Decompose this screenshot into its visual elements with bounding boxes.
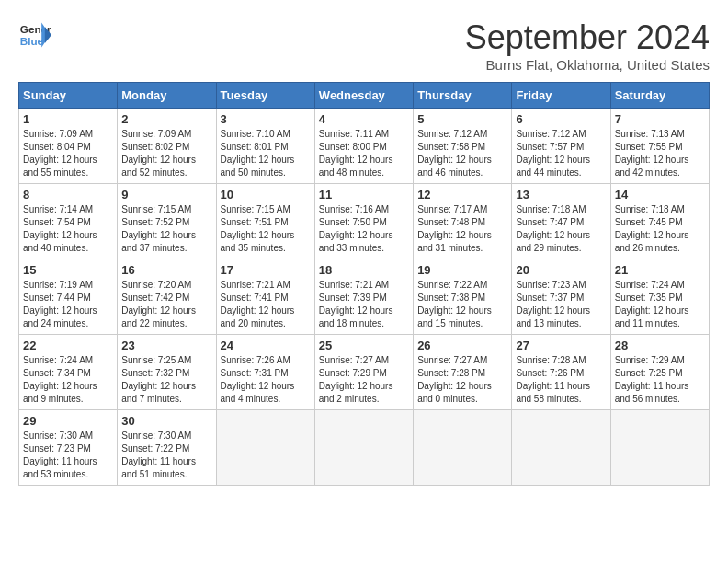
- day-info: Sunrise: 7:13 AMSunset: 7:55 PMDaylight:…: [615, 128, 705, 179]
- day-info: Sunrise: 7:18 AMSunset: 7:47 PMDaylight:…: [516, 203, 606, 255]
- day-number: 24: [221, 339, 311, 352]
- calendar-day-cell: 28 Sunrise: 7:29 AMSunset: 7:25 PMDaylig…: [610, 335, 709, 410]
- calendar-day-cell: 5 Sunrise: 7:12 AMSunset: 7:58 PMDayligh…: [414, 109, 512, 184]
- calendar-day-cell: 17 Sunrise: 7:21 AMSunset: 7:41 PMDaylig…: [216, 259, 314, 335]
- calendar-week-row: 15 Sunrise: 7:19 AMSunset: 7:44 PMDaylig…: [19, 259, 710, 335]
- calendar-day-cell: 19 Sunrise: 7:22 AMSunset: 7:38 PMDaylig…: [414, 259, 512, 335]
- day-info: Sunrise: 7:22 AMSunset: 7:38 PMDaylight:…: [417, 279, 507, 330]
- calendar-day-cell: [414, 410, 512, 486]
- logo: General Blue: [18, 18, 51, 52]
- day-number: 6: [516, 112, 606, 126]
- calendar-day-cell: 1 Sunrise: 7:09 AMSunset: 8:04 PMDayligh…: [19, 109, 118, 184]
- day-info: Sunrise: 7:20 AMSunset: 7:42 PMDaylight:…: [121, 279, 211, 330]
- day-info: Sunrise: 7:26 AMSunset: 7:31 PMDaylight:…: [221, 354, 311, 406]
- calendar-day-cell: 7 Sunrise: 7:13 AMSunset: 7:55 PMDayligh…: [610, 109, 709, 184]
- calendar-day-cell: 25 Sunrise: 7:27 AMSunset: 7:29 PMDaylig…: [314, 335, 413, 410]
- calendar-day-cell: 14 Sunrise: 7:18 AMSunset: 7:45 PMDaylig…: [610, 184, 709, 259]
- day-info: Sunrise: 7:16 AMSunset: 7:50 PMDaylight:…: [319, 203, 409, 255]
- day-number: 16: [121, 263, 211, 277]
- day-number: 25: [319, 339, 409, 352]
- day-info: Sunrise: 7:11 AMSunset: 8:00 PMDaylight:…: [319, 128, 409, 179]
- calendar-week-row: 8 Sunrise: 7:14 AMSunset: 7:54 PMDayligh…: [19, 184, 710, 259]
- weekday-header-monday: Monday: [118, 83, 216, 109]
- day-number: 27: [516, 339, 606, 352]
- day-info: Sunrise: 7:12 AMSunset: 7:57 PMDaylight:…: [516, 128, 606, 179]
- weekday-header-tuesday: Tuesday: [216, 83, 314, 109]
- day-info: Sunrise: 7:21 AMSunset: 7:39 PMDaylight:…: [319, 279, 409, 330]
- calendar-day-cell: 9 Sunrise: 7:15 AMSunset: 7:52 PMDayligh…: [118, 184, 216, 259]
- calendar-day-cell: 22 Sunrise: 7:24 AMSunset: 7:34 PMDaylig…: [19, 335, 118, 410]
- day-info: Sunrise: 7:27 AMSunset: 7:28 PMDaylight:…: [417, 354, 507, 406]
- day-number: 29: [23, 414, 113, 428]
- calendar-day-cell: 6 Sunrise: 7:12 AMSunset: 7:57 PMDayligh…: [512, 109, 610, 184]
- day-info: Sunrise: 7:30 AMSunset: 7:23 PMDaylight:…: [23, 430, 113, 481]
- calendar-day-cell: 10 Sunrise: 7:15 AMSunset: 7:51 PMDaylig…: [216, 184, 314, 259]
- day-info: Sunrise: 7:28 AMSunset: 7:26 PMDaylight:…: [516, 354, 606, 406]
- day-number: 19: [417, 263, 507, 277]
- day-info: Sunrise: 7:09 AMSunset: 8:02 PMDaylight:…: [121, 128, 211, 179]
- weekday-header-saturday: Saturday: [610, 83, 709, 109]
- calendar-day-cell: 27 Sunrise: 7:28 AMSunset: 7:26 PMDaylig…: [512, 335, 610, 410]
- day-number: 18: [319, 263, 409, 277]
- day-number: 4: [319, 112, 409, 126]
- calendar-day-cell: 26 Sunrise: 7:27 AMSunset: 7:28 PMDaylig…: [414, 335, 512, 410]
- day-number: 13: [516, 188, 606, 201]
- calendar-week-row: 29 Sunrise: 7:30 AMSunset: 7:23 PMDaylig…: [19, 410, 710, 486]
- day-number: 28: [615, 339, 705, 352]
- weekday-header-wednesday: Wednesday: [314, 83, 413, 109]
- calendar-day-cell: 16 Sunrise: 7:20 AMSunset: 7:42 PMDaylig…: [118, 259, 216, 335]
- calendar-day-cell: 23 Sunrise: 7:25 AMSunset: 7:32 PMDaylig…: [118, 335, 216, 410]
- calendar-day-cell: 12 Sunrise: 7:17 AMSunset: 7:48 PMDaylig…: [414, 184, 512, 259]
- calendar-day-cell: 2 Sunrise: 7:09 AMSunset: 8:02 PMDayligh…: [118, 109, 216, 184]
- weekday-header-friday: Friday: [512, 83, 610, 109]
- day-info: Sunrise: 7:30 AMSunset: 7:22 PMDaylight:…: [121, 430, 211, 481]
- day-info: Sunrise: 7:18 AMSunset: 7:45 PMDaylight:…: [615, 203, 705, 255]
- day-number: 14: [615, 188, 705, 201]
- day-info: Sunrise: 7:09 AMSunset: 8:04 PMDaylight:…: [23, 128, 113, 179]
- day-number: 15: [23, 263, 113, 277]
- day-number: 8: [23, 188, 113, 201]
- day-number: 9: [121, 188, 211, 201]
- logo-icon: General Blue: [18, 18, 51, 52]
- page-header: General Blue September 2024 Burns Flat, …: [18, 18, 710, 73]
- calendar-day-cell: 8 Sunrise: 7:14 AMSunset: 7:54 PMDayligh…: [19, 184, 118, 259]
- calendar-day-cell: [314, 410, 413, 486]
- calendar-day-cell: 11 Sunrise: 7:16 AMSunset: 7:50 PMDaylig…: [314, 184, 413, 259]
- calendar-day-cell: 24 Sunrise: 7:26 AMSunset: 7:31 PMDaylig…: [216, 335, 314, 410]
- weekday-header-thursday: Thursday: [414, 83, 512, 109]
- calendar-day-cell: [610, 410, 709, 486]
- calendar-day-cell: [512, 410, 610, 486]
- day-info: Sunrise: 7:15 AMSunset: 7:52 PMDaylight:…: [121, 203, 211, 255]
- day-number: 20: [516, 263, 606, 277]
- calendar-table: SundayMondayTuesdayWednesdayThursdayFrid…: [18, 82, 710, 486]
- day-info: Sunrise: 7:24 AMSunset: 7:34 PMDaylight:…: [23, 354, 113, 406]
- day-info: Sunrise: 7:27 AMSunset: 7:29 PMDaylight:…: [319, 354, 409, 406]
- calendar-day-cell: 18 Sunrise: 7:21 AMSunset: 7:39 PMDaylig…: [314, 259, 413, 335]
- day-info: Sunrise: 7:25 AMSunset: 7:32 PMDaylight:…: [121, 354, 211, 406]
- calendar-day-cell: 15 Sunrise: 7:19 AMSunset: 7:44 PMDaylig…: [19, 259, 118, 335]
- day-info: Sunrise: 7:14 AMSunset: 7:54 PMDaylight:…: [23, 203, 113, 255]
- title-block: September 2024 Burns Flat, Oklahoma, Uni…: [465, 18, 710, 73]
- day-number: 5: [417, 112, 507, 126]
- location: Burns Flat, Oklahoma, United States: [465, 57, 710, 73]
- day-info: Sunrise: 7:10 AMSunset: 8:01 PMDaylight:…: [221, 128, 311, 179]
- day-info: Sunrise: 7:12 AMSunset: 7:58 PMDaylight:…: [417, 128, 507, 179]
- weekday-header-sunday: Sunday: [19, 83, 118, 109]
- day-number: 10: [221, 188, 311, 201]
- day-number: 30: [121, 414, 211, 428]
- day-number: 3: [221, 112, 311, 126]
- svg-text:Blue: Blue: [20, 35, 44, 47]
- day-number: 22: [23, 339, 113, 352]
- calendar-day-cell: 21 Sunrise: 7:24 AMSunset: 7:35 PMDaylig…: [610, 259, 709, 335]
- day-info: Sunrise: 7:17 AMSunset: 7:48 PMDaylight:…: [417, 203, 507, 255]
- day-number: 11: [319, 188, 409, 201]
- calendar-day-cell: 20 Sunrise: 7:23 AMSunset: 7:37 PMDaylig…: [512, 259, 610, 335]
- day-info: Sunrise: 7:19 AMSunset: 7:44 PMDaylight:…: [23, 279, 113, 330]
- day-number: 2: [121, 112, 211, 126]
- calendar-day-cell: 30 Sunrise: 7:30 AMSunset: 7:22 PMDaylig…: [118, 410, 216, 486]
- calendar-week-row: 1 Sunrise: 7:09 AMSunset: 8:04 PMDayligh…: [19, 109, 710, 184]
- day-info: Sunrise: 7:15 AMSunset: 7:51 PMDaylight:…: [221, 203, 311, 255]
- day-number: 17: [221, 263, 311, 277]
- calendar-day-cell: 29 Sunrise: 7:30 AMSunset: 7:23 PMDaylig…: [19, 410, 118, 486]
- day-number: 26: [417, 339, 507, 352]
